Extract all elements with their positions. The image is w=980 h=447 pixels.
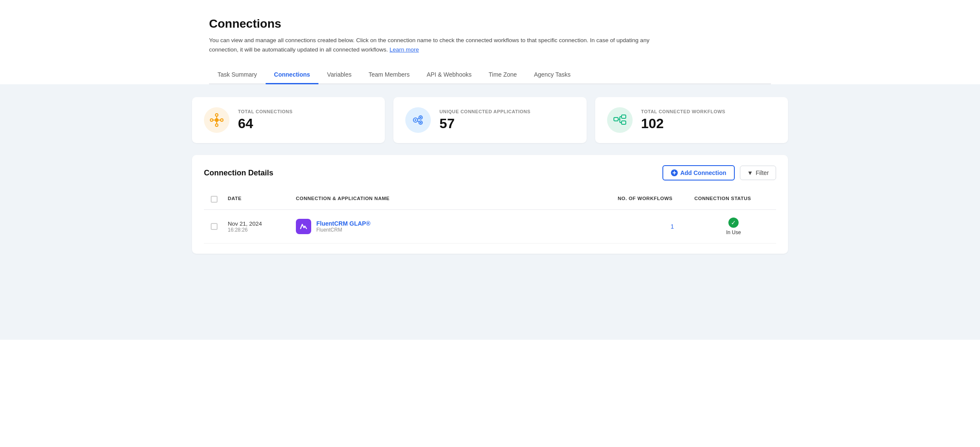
add-connection-button[interactable]: + Add Connection <box>662 165 735 181</box>
content-area: TOTAL CONNECTIONS 64 <box>0 84 980 340</box>
svg-point-14 <box>415 119 416 121</box>
tab-connections[interactable]: Connections <box>266 66 319 84</box>
th-workflows: NO. OF WORKFLOWS <box>614 193 691 205</box>
connection-details-panel: Connection Details + Add Connection ▼ Fi… <box>192 155 788 254</box>
app-icon <box>296 219 311 234</box>
panel-header: Connection Details + Add Connection ▼ Fi… <box>204 165 776 181</box>
tabs-nav: Task Summary Connections Variables Team … <box>209 66 771 84</box>
filter-label: Filter <box>756 169 769 176</box>
status-text: In Use <box>726 229 741 235</box>
svg-rect-19 <box>622 121 626 124</box>
stat-label-total-connections: TOTAL CONNECTIONS <box>238 109 292 114</box>
page-description: You can view and manage all connections … <box>209 36 677 54</box>
svg-point-1 <box>215 114 218 116</box>
td-date: Nov 21, 2024 16:28:26 <box>224 219 292 235</box>
add-connection-label: Add Connection <box>680 169 726 176</box>
stat-card-total-workflows: TOTAL CONNECTED WORKFLOWS 102 <box>595 97 788 143</box>
stat-info-total-workflows: TOTAL CONNECTED WORKFLOWS 102 <box>641 109 725 132</box>
svg-rect-17 <box>614 117 618 121</box>
svg-point-15 <box>420 117 421 118</box>
connections-table: DATE CONNECTION & APPLICATION NAME NO. O… <box>204 189 776 244</box>
stat-label-unique-apps: UNIQUE CONNECTED APPLICATIONS <box>439 109 530 114</box>
td-status: ✓ In Use <box>691 216 776 237</box>
th-connection-name: CONNECTION & APPLICATION NAME <box>292 193 614 205</box>
app-info: FluentCRM GLAP® FluentCRM <box>316 220 370 233</box>
select-all-checkbox[interactable] <box>211 196 218 203</box>
stat-info-total-connections: TOTAL CONNECTIONS 64 <box>238 109 292 132</box>
filter-icon: ▼ <box>747 169 753 176</box>
tab-variables[interactable]: Variables <box>318 66 360 84</box>
connection-name-link[interactable]: FluentCRM GLAP® <box>316 220 370 227</box>
table-header: DATE CONNECTION & APPLICATION NAME NO. O… <box>204 189 776 210</box>
date-time: 16:28:26 <box>228 227 289 233</box>
filter-button[interactable]: ▼ Filter <box>740 166 776 180</box>
page-title: Connections <box>209 17 771 31</box>
app-name-col: FluentCRM GLAP® FluentCRM <box>296 219 611 234</box>
status-col: ✓ In Use <box>726 218 741 235</box>
svg-line-12 <box>418 118 419 119</box>
tab-agency-tasks[interactable]: Agency Tasks <box>525 66 579 84</box>
stat-info-unique-apps: UNIQUE CONNECTED APPLICATIONS 57 <box>439 109 530 132</box>
svg-point-0 <box>215 118 218 122</box>
svg-point-4 <box>210 119 213 121</box>
tab-time-zone[interactable]: Time Zone <box>480 66 525 84</box>
stat-value-total-workflows: 102 <box>641 116 725 132</box>
workflows-icon <box>607 107 633 133</box>
panel-actions: + Add Connection ▼ Filter <box>662 165 776 181</box>
learn-more-link[interactable]: Learn more <box>390 46 419 53</box>
svg-rect-18 <box>622 115 626 118</box>
stat-card-total-connections: TOTAL CONNECTIONS 64 <box>192 97 385 143</box>
tab-team-members[interactable]: Team Members <box>360 66 418 84</box>
plus-icon: + <box>671 169 678 176</box>
td-connection-name: FluentCRM GLAP® FluentCRM <box>292 217 614 236</box>
date-main: Nov 21, 2024 <box>228 221 289 227</box>
th-date: DATE <box>224 193 292 205</box>
td-checkbox <box>204 221 224 232</box>
svg-point-2 <box>221 119 223 121</box>
td-workflows-count: 1 <box>614 221 691 232</box>
status-check-icon: ✓ <box>728 218 739 228</box>
tab-api-webhooks[interactable]: API & Webhooks <box>418 66 480 84</box>
svg-point-3 <box>215 124 218 126</box>
app-sub-name: FluentCRM <box>316 227 370 233</box>
tab-task-summary[interactable]: Task Summary <box>209 66 266 84</box>
connections-icon <box>204 107 229 133</box>
applications-icon <box>405 107 431 133</box>
table-row: Nov 21, 2024 16:28:26 <box>204 210 776 244</box>
stat-value-total-connections: 64 <box>238 116 292 132</box>
svg-point-16 <box>420 122 421 123</box>
panel-title: Connection Details <box>204 169 273 178</box>
stat-value-unique-apps: 57 <box>439 116 530 132</box>
th-status: CONNECTION STATUS <box>691 193 776 205</box>
th-checkbox <box>204 193 224 205</box>
row-checkbox[interactable] <box>211 223 218 230</box>
stat-label-total-workflows: TOTAL CONNECTED WORKFLOWS <box>641 109 725 114</box>
stats-row: TOTAL CONNECTIONS 64 <box>192 97 788 143</box>
stat-card-unique-apps: UNIQUE CONNECTED APPLICATIONS 57 <box>393 97 586 143</box>
svg-line-13 <box>418 121 419 122</box>
